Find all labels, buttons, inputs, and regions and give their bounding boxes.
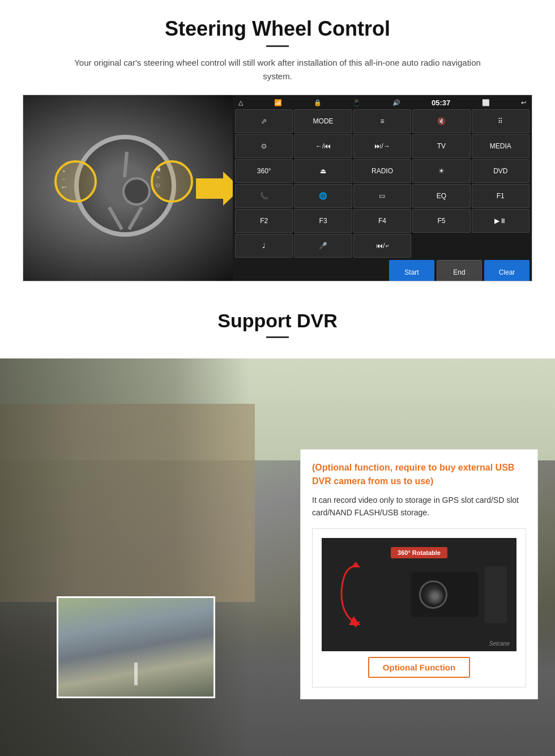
radio-btn-settings[interactable]: ⊙ bbox=[235, 134, 293, 158]
radio-btn-media[interactable]: MEDIA bbox=[472, 134, 530, 158]
start-button[interactable]: Start bbox=[389, 260, 434, 281]
lock-icon: 🔒 bbox=[314, 99, 322, 106]
svg-marker-0 bbox=[351, 622, 360, 627]
steering-description: Your original car's steering wheel contr… bbox=[62, 56, 493, 83]
radio-btn-mic[interactable]: 🎤 bbox=[294, 234, 352, 258]
steering-photo-inner: +−↩ ◀○◇ bbox=[23, 95, 233, 281]
radio-btn-nav[interactable]: ⬀ bbox=[235, 109, 293, 133]
sim-icon: 📱 bbox=[353, 99, 361, 106]
radio-btn-next[interactable]: ⏭/→ bbox=[353, 134, 411, 158]
clear-button[interactable]: Clear bbox=[484, 260, 530, 281]
dvr-title-divider bbox=[266, 336, 289, 338]
dvr-info-box: (Optional function, require to buy exter… bbox=[300, 449, 538, 699]
camera-body-wrapper bbox=[394, 572, 479, 617]
camera-lens bbox=[419, 580, 447, 609]
radio-btn-apps[interactable]: ⠿ bbox=[472, 109, 530, 133]
radio-btn-f2[interactable]: F2 bbox=[235, 209, 293, 233]
radio-btn-mute[interactable]: 🔇 bbox=[412, 109, 470, 133]
radio-btn-phone[interactable]: 📞 bbox=[235, 184, 293, 208]
steering-title: Steering Wheel Control bbox=[23, 17, 532, 41]
radio-btn-360[interactable]: 360° bbox=[235, 159, 293, 183]
arrow-pointing-right bbox=[196, 172, 233, 206]
home-icon: △ bbox=[238, 99, 243, 106]
radio-btn-tv[interactable]: TV bbox=[412, 134, 470, 158]
radio-btn-f1[interactable]: F1 bbox=[472, 184, 530, 208]
camera-lens-inner bbox=[426, 588, 443, 605]
radio-btn-empty-2 bbox=[472, 234, 530, 258]
radio-panel: △ 📶 🔒 📱 🔊 05:37 ⬜ ↩ ⬀ MODE ≡ 🔇 ⠿ ⊙ ←/⏮ bbox=[233, 95, 532, 281]
dvr-camera-box: 360° Rotatable bbox=[312, 528, 526, 687]
steering-photo: +−↩ ◀○◇ bbox=[23, 95, 233, 281]
left-controls: +−↩ bbox=[62, 168, 66, 191]
radio-btn-brightness[interactable]: ☀ bbox=[412, 159, 470, 183]
radio-btn-mode[interactable]: MODE bbox=[294, 109, 352, 133]
rotate-arrow-svg bbox=[339, 561, 367, 629]
dvr-header: Support DVR bbox=[0, 293, 555, 358]
steering-image-row: +−↩ ◀○◇ △ 📶 🔒 📱 🔊 05:37 ⬜ ↩ bbox=[23, 95, 532, 281]
status-time: 05:37 bbox=[432, 99, 450, 107]
dvr-main-image: (Optional function, require to buy exter… bbox=[0, 358, 555, 756]
dvr-thumbnail bbox=[57, 596, 215, 698]
rotate-arrow bbox=[339, 561, 367, 629]
steering-wheel-center bbox=[122, 177, 151, 206]
optional-function-button[interactable]: Optional Function bbox=[368, 657, 470, 678]
dvr-optional-text: (Optional function, require to buy exter… bbox=[312, 461, 526, 488]
camera-mount bbox=[484, 566, 507, 623]
dvr-section: Support DVR (Optional function, require … bbox=[0, 293, 555, 756]
road-marking bbox=[134, 663, 138, 685]
radio-btn-music[interactable]: ♩ bbox=[235, 234, 293, 258]
radio-bottom-row: Start End Clear bbox=[235, 259, 530, 281]
radio-btn-f4[interactable]: F4 bbox=[353, 209, 411, 233]
dvr-background: (Optional function, require to buy exter… bbox=[0, 358, 555, 756]
radio-btn-dvd[interactable]: DVD bbox=[472, 159, 530, 183]
right-controls: ◀○◇ bbox=[156, 165, 160, 189]
radio-btn-menu[interactable]: ≡ bbox=[353, 109, 411, 133]
radio-status-bar: △ 📶 🔒 📱 🔊 05:37 ⬜ ↩ bbox=[235, 97, 530, 108]
dvr-title: Support DVR bbox=[23, 310, 532, 332]
radio-btn-f5[interactable]: F5 bbox=[412, 209, 470, 233]
radio-btn-play-pause[interactable]: ▶⏸ bbox=[472, 209, 530, 233]
seicane-watermark: Seicane bbox=[489, 640, 510, 647]
radio-btn-empty-1 bbox=[412, 234, 470, 258]
window-icon: ⬜ bbox=[482, 99, 490, 106]
left-control-highlight bbox=[54, 160, 97, 203]
title-divider bbox=[266, 45, 289, 47]
wifi-icon: 📶 bbox=[274, 99, 282, 106]
camera-body bbox=[411, 572, 479, 617]
dvr-description: It can record video only to storage in G… bbox=[312, 494, 526, 519]
radio-button-grid: ⬀ MODE ≡ 🔇 ⠿ ⊙ ←/⏮ ⏭/→ TV MEDIA 360° ⏏ R… bbox=[235, 109, 530, 258]
rotate-badge: 360° Rotatable bbox=[391, 547, 447, 558]
dvr-camera-image: 360° Rotatable bbox=[322, 538, 516, 651]
radio-btn-radio[interactable]: RADIO bbox=[353, 159, 411, 183]
volume-icon: 🔊 bbox=[392, 99, 400, 106]
svg-marker-1 bbox=[351, 562, 360, 567]
radio-btn-f3[interactable]: F3 bbox=[294, 209, 352, 233]
radio-btn-eq[interactable]: EQ bbox=[412, 184, 470, 208]
radio-btn-internet[interactable]: 🌐 bbox=[294, 184, 352, 208]
radio-btn-screen[interactable]: ▭ bbox=[353, 184, 411, 208]
steering-section: Steering Wheel Control Your original car… bbox=[0, 0, 555, 293]
radio-btn-prev[interactable]: ←/⏮ bbox=[294, 134, 352, 158]
radio-btn-eject[interactable]: ⏏ bbox=[294, 159, 352, 183]
radio-btn-prev-back[interactable]: ⏮/↩ bbox=[353, 234, 411, 258]
back-icon: ↩ bbox=[521, 99, 526, 106]
dvr-thumb-inner bbox=[58, 598, 214, 697]
end-button[interactable]: End bbox=[437, 260, 482, 281]
